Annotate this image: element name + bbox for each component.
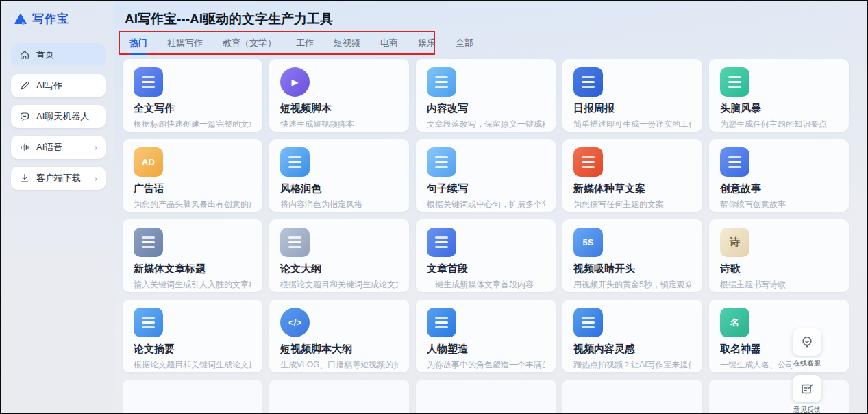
category-tabbar: 热门 社媒写作 教育（文学） 工作 短视频 电商 娱乐 全部 [119, 31, 435, 55]
tool-card[interactable]: 新媒体种草文案 为您撰写任何主题的文案 [562, 139, 702, 212]
tool-card-desc: 根据主题书写诗歌 [720, 279, 838, 291]
floating-button[interactable]: 意见反馈 [791, 375, 823, 414]
tool-card-icon [134, 228, 163, 257]
tool-card-title: 日报周报 [573, 102, 691, 115]
category-tab[interactable]: 社媒写作 [167, 37, 203, 49]
tool-card-icon: 名 [720, 308, 749, 337]
tool-card-desc: 根据论文题目和关键词生成论文大纲 [280, 279, 398, 291]
tool-card-icon-glyph: 名 [730, 317, 739, 329]
category-tab[interactable]: 工作 [296, 37, 314, 49]
tool-card-title: 视频吸睛开头 [573, 263, 691, 276]
tool-card-icon [427, 147, 456, 177]
tool-card-desc: 生成VLOG、口播稿等短视频的拍摄大纲 [280, 359, 398, 371]
tool-card[interactable]: 人物塑造 为你故事中的角色塑造一个丰满的人物形象 [416, 300, 556, 372]
tool-card[interactable]: </> 短视频脚本大纲 生成VLOG、口播稿等短视频的拍摄大纲 [269, 300, 409, 372]
sidebar-item-chat[interactable]: AI聊天机器人 › [11, 105, 106, 128]
tool-card[interactable]: 内容改写 文章段落改写，保留原义一键成稿 [416, 59, 556, 132]
tool-card-icon [134, 67, 163, 97]
tool-card-title: 视频内容灵感 [573, 343, 691, 356]
sidebar-item-home[interactable]: 首页 › [11, 43, 106, 66]
tool-card-icon [427, 308, 456, 337]
tool-card-icon [134, 308, 163, 337]
tool-card[interactable]: 论文摘要 根据论文题目和关键词生成论文摘要 [123, 300, 262, 372]
tool-card[interactable]: 论文大纲 根据论文题目和关键词生成论文大纲 [269, 219, 409, 292]
tool-card[interactable]: 创意故事 帮你续写创意故事 [709, 139, 849, 212]
tool-card[interactable]: 视频内容灵感 蹭热点拍视频？让AI写作宝来提供灵感 [562, 300, 702, 372]
tool-card-title: 人物塑造 [427, 343, 545, 356]
chevron-right-icon: › [94, 143, 97, 152]
tool-card-desc: 为你故事中的角色塑造一个丰满的人物形象 [427, 359, 545, 371]
category-tab-label: 娱乐 [418, 38, 436, 48]
tool-card-desc: 根据关键词或中心句，扩展多个句子 [427, 199, 545, 210]
sidebar-menu: 首页 › AI写作 › AI聊天机器人 › AI语音 › 客户端下载 › [11, 43, 106, 190]
tool-card[interactable]: 文章首段 一键生成新媒体文章首段内容 [416, 219, 556, 292]
logo-text: 写作宝 [32, 11, 69, 27]
tool-card-icon-glyph: 5S [583, 237, 594, 247]
tool-card[interactable]: 头脑风暴 为您生成任何主题的知识要点 [709, 59, 849, 132]
sidebar-item-voice[interactable]: AI语音 › [11, 136, 106, 159]
sidebar-item-download[interactable]: 客户端下载 › [11, 167, 106, 190]
tool-card-desc: 输入关键词生成引人入胜的文章标题 [134, 279, 251, 291]
floating-button[interactable]: 在线客服 [791, 328, 823, 369]
tool-card-desc: 快速生成短视频脚本 [280, 119, 398, 130]
logo-triangle-icon [14, 12, 27, 26]
category-tab[interactable]: 电商 [380, 37, 398, 49]
category-tab[interactable]: 热门 [129, 37, 147, 49]
tool-card[interactable]: 日报周报 简单描述即可生成一份详实的工作报告 [562, 59, 702, 132]
tool-card[interactable]: 诗 诗歌 根据主题书写诗歌 [709, 219, 849, 292]
category-tab-label: 全部 [456, 38, 473, 48]
category-tab[interactable]: 短视频 [334, 37, 360, 49]
tool-card-desc: 文章段落改写，保留原义一键成稿 [427, 119, 545, 130]
sidebar-item-icon [19, 173, 30, 184]
sidebar-item-pencil[interactable]: AI写作 › [11, 74, 106, 97]
tool-card-desc: 将内容润色为指定风格 [280, 199, 398, 210]
tool-card-title: 诗歌 [720, 263, 838, 276]
tool-card[interactable]: ▶ 短视频脚本 快速生成短视频脚本 [269, 59, 409, 132]
category-tab-label: 热门 [129, 38, 147, 48]
sidebar-item-label: 客户端下载 [36, 172, 81, 184]
tool-card[interactable] [123, 380, 262, 414]
category-tab-label: 工作 [296, 38, 314, 48]
tool-card-icon-glyph: AD [142, 157, 155, 167]
page-title: AI写作宝---AI驱动的文字生产力工具 [125, 10, 333, 28]
tool-card[interactable] [562, 380, 702, 414]
category-tab[interactable]: 教育（文学） [223, 37, 276, 49]
tool-card[interactable] [416, 380, 556, 414]
tool-card-icon: </> [280, 308, 310, 337]
category-tab[interactable]: 全部 [456, 37, 473, 49]
tool-card-desc: 为您生成任何主题的知识要点 [720, 119, 838, 130]
sidebar-item-label: AI写作 [36, 80, 62, 92]
tool-card[interactable]: 风格润色 将内容润色为指定风格 [269, 139, 409, 212]
tool-card[interactable] [269, 380, 409, 414]
tool-card-desc: 根据标题快速创建一篇完整的文章 [134, 119, 251, 130]
tool-card[interactable]: AD 广告语 为您的产品头脑风暴出有创意的广告宣传语 [123, 139, 262, 212]
sidebar-item-icon [19, 49, 30, 60]
tool-card-icon: 5S [573, 228, 603, 257]
tool-card-icon [427, 228, 456, 257]
tool-card[interactable]: 句子续写 根据关键词或中心句，扩展多个句子 [416, 139, 556, 212]
tool-card-desc: 一键生成新媒体文章首段内容 [427, 279, 545, 291]
floating-button-icon [793, 375, 821, 402]
tool-card-icon [427, 67, 456, 97]
tool-card-title: 广告语 [134, 182, 251, 195]
tool-card-title: 风格润色 [280, 182, 398, 195]
floating-button-label: 在线客服 [791, 358, 823, 369]
tool-card-title: 论文摘要 [134, 343, 251, 356]
tool-card-title: 全文写作 [134, 102, 251, 115]
tool-card-title: 创意故事 [720, 182, 838, 195]
tool-card-title: 新媒体种草文案 [573, 182, 691, 195]
tool-card-desc: 为您的产品头脑风暴出有创意的广告宣传语 [134, 199, 251, 210]
tool-card-desc: 根据论文题目和关键词生成论文摘要 [134, 359, 251, 371]
tool-card[interactable]: 5S 视频吸睛开头 用视频开头的黄金5秒，锁定观众注意力 [562, 219, 702, 292]
tool-card[interactable]: 名 取名神器 一键生成人名、公司名称 [709, 300, 849, 372]
tool-card-icon [573, 308, 603, 337]
category-tab[interactable]: 娱乐 [418, 37, 436, 49]
tool-card-desc: 用视频开头的黄金5秒，锁定观众注意力 [573, 279, 691, 291]
tool-card[interactable] [709, 380, 849, 414]
sidebar-item-icon [19, 142, 30, 153]
tool-card-desc: 为您撰写任何主题的文案 [573, 199, 691, 210]
app-window: 写作宝 首页 › AI写作 › AI聊天机器人 › AI语音 › 客户端下载 ›… [0, 0, 868, 414]
tool-card-icon-glyph: 诗 [730, 236, 740, 249]
tool-card[interactable]: 全文写作 根据标题快速创建一篇完整的文章 [123, 59, 262, 132]
tool-card[interactable]: 新媒体文章标题 输入关键词生成引人入胜的文章标题 [123, 219, 262, 292]
